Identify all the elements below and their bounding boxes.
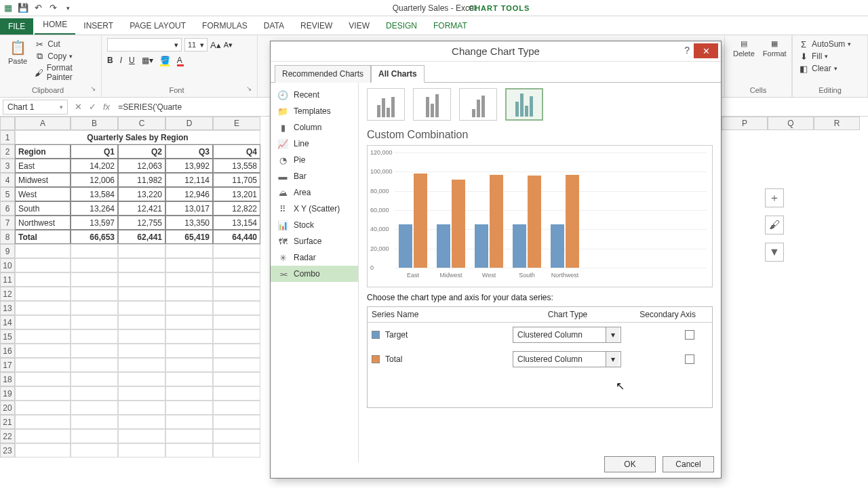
- cell[interactable]: [165, 315, 213, 329]
- cell[interactable]: [71, 386, 118, 401]
- row-header[interactable]: 3: [0, 159, 15, 173]
- row-header[interactable]: 11: [0, 272, 15, 287]
- cell[interactable]: Q3: [165, 144, 213, 159]
- worksheet-grid[interactable]: A B C D E 1Quarterly Sales by Region2Reg…: [0, 117, 260, 458]
- col-header[interactable]: A: [15, 117, 71, 130]
- cell[interactable]: [213, 287, 260, 301]
- tab-recommended-charts[interactable]: Recommended Charts: [275, 65, 371, 83]
- clear-button[interactable]: ◧Clear▾: [798, 62, 862, 75]
- tab-formulas[interactable]: FORMULAS: [194, 17, 256, 35]
- bold-button[interactable]: B: [107, 56, 113, 65]
- cell[interactable]: [165, 329, 213, 344]
- cell[interactable]: [165, 372, 213, 386]
- row-header[interactable]: 10: [0, 258, 15, 272]
- undo-icon[interactable]: ↶: [33, 3, 43, 14]
- cell[interactable]: 13,220: [118, 187, 165, 201]
- row-header[interactable]: 23: [0, 443, 15, 458]
- chart-elements-button[interactable]: ＋: [765, 188, 784, 207]
- clipboard-launcher-icon[interactable]: ↘: [90, 85, 96, 94]
- cell[interactable]: [15, 258, 71, 272]
- paste-button[interactable]: 📋 Paste: [5, 38, 30, 83]
- row-header[interactable]: 2: [0, 144, 15, 159]
- cell[interactable]: [71, 301, 118, 315]
- cell[interactable]: [213, 372, 260, 386]
- row-header[interactable]: 16: [0, 344, 15, 358]
- cell[interactable]: Total: [15, 230, 71, 244]
- cell[interactable]: [71, 272, 118, 287]
- tab-format[interactable]: FORMAT: [425, 17, 475, 35]
- col-header[interactable]: Q: [768, 117, 814, 130]
- cell[interactable]: [165, 415, 213, 429]
- chart-type-combo[interactable]: ⫘Combo: [271, 266, 358, 282]
- chart-type-area[interactable]: ⛰Area: [271, 184, 358, 201]
- cell[interactable]: East: [15, 159, 71, 173]
- cell[interactable]: [118, 329, 165, 344]
- font-color-button[interactable]: A: [177, 56, 182, 65]
- save-icon[interactable]: 💾: [18, 3, 28, 14]
- delete-button[interactable]: ▤Delete: [730, 38, 757, 59]
- cell[interactable]: [213, 301, 260, 315]
- cell[interactable]: 11,705: [213, 173, 260, 187]
- cell[interactable]: 12,421: [118, 201, 165, 216]
- chart-type-combo[interactable]: Clustered Column▾: [513, 327, 621, 343]
- cell[interactable]: [15, 301, 71, 315]
- cell[interactable]: 65,419: [165, 230, 213, 244]
- row-header[interactable]: 15: [0, 329, 15, 344]
- shrink-font-icon[interactable]: A▾: [224, 41, 233, 49]
- row-header[interactable]: 18: [0, 372, 15, 386]
- cell[interactable]: [213, 329, 260, 344]
- subtype-thumb[interactable]: [413, 88, 451, 121]
- fill-color-button[interactable]: 🪣: [160, 56, 170, 65]
- cell[interactable]: [213, 315, 260, 329]
- border-button[interactable]: ▦▾: [142, 56, 153, 65]
- row-header[interactable]: 22: [0, 429, 15, 443]
- cell[interactable]: [213, 344, 260, 358]
- cell[interactable]: [71, 415, 118, 429]
- col-header[interactable]: C: [118, 117, 165, 130]
- tab-design[interactable]: DESIGN: [378, 17, 425, 35]
- row-header[interactable]: 21: [0, 415, 15, 429]
- cut-button[interactable]: ✂Cut: [34, 38, 96, 50]
- cell[interactable]: 13,264: [71, 201, 118, 216]
- cell[interactable]: [118, 386, 165, 401]
- cell[interactable]: [118, 315, 165, 329]
- cell[interactable]: [118, 358, 165, 372]
- redo-icon[interactable]: ↷: [47, 3, 58, 14]
- row-header[interactable]: 7: [0, 216, 15, 230]
- chart-type-line[interactable]: 📈Line: [271, 136, 358, 152]
- row-header[interactable]: 9: [0, 244, 15, 258]
- cell[interactable]: [165, 344, 213, 358]
- chart-filters-button[interactable]: ▼: [765, 243, 784, 262]
- cell[interactable]: [71, 315, 118, 329]
- col-header[interactable]: E: [213, 117, 260, 130]
- cell[interactable]: 13,017: [165, 201, 213, 216]
- cell[interactable]: [165, 358, 213, 372]
- chart-type-x-y--scatter-[interactable]: ⠿X Y (Scatter): [271, 201, 358, 217]
- chart-type-column[interactable]: ▮Column: [271, 119, 358, 136]
- cell[interactable]: [71, 344, 118, 358]
- row-header[interactable]: 17: [0, 358, 15, 372]
- cell[interactable]: Northwest: [15, 216, 71, 230]
- font-size-combo[interactable]: 11▾: [184, 38, 208, 52]
- cell[interactable]: [213, 272, 260, 287]
- cell[interactable]: 12,755: [118, 216, 165, 230]
- cell[interactable]: 12,006: [71, 173, 118, 187]
- cell[interactable]: [118, 415, 165, 429]
- cell[interactable]: 13,201: [213, 187, 260, 201]
- cell[interactable]: [213, 258, 260, 272]
- chart-styles-button[interactable]: 🖌: [765, 216, 784, 235]
- col-header[interactable]: D: [165, 117, 213, 130]
- cell[interactable]: [118, 443, 165, 458]
- cell[interactable]: 13,992: [165, 159, 213, 173]
- cell[interactable]: [15, 372, 71, 386]
- cell[interactable]: [15, 386, 71, 401]
- dialog-help-icon[interactable]: ?: [684, 45, 690, 56]
- cell[interactable]: [118, 401, 165, 415]
- cell[interactable]: [165, 401, 213, 415]
- cell[interactable]: [15, 287, 71, 301]
- row-header[interactable]: 6: [0, 201, 15, 216]
- cell[interactable]: [15, 358, 71, 372]
- enter-formula-icon[interactable]: ✓: [89, 102, 96, 112]
- cell[interactable]: Q1: [71, 144, 118, 159]
- cell[interactable]: [71, 287, 118, 301]
